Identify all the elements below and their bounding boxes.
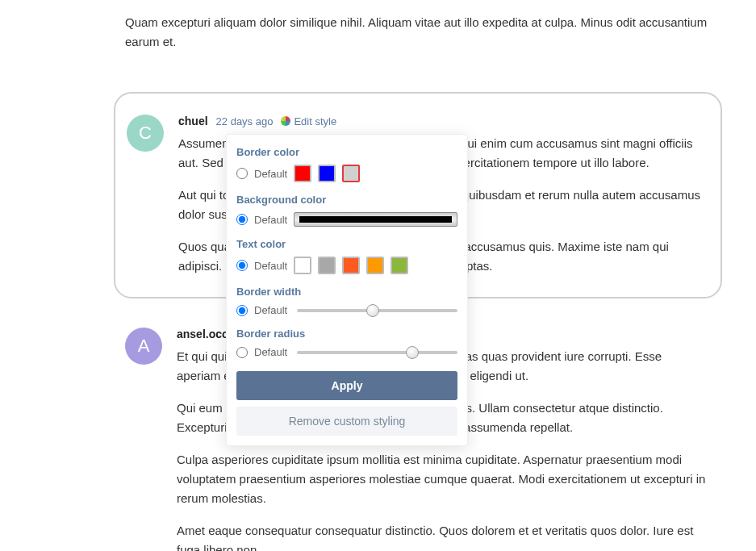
- intro-text: Quam excepturi aliquam dolor similique n…: [125, 13, 708, 52]
- apply-button[interactable]: Apply: [236, 371, 457, 400]
- palette-icon: [281, 116, 290, 126]
- swatch-orange[interactable]: [366, 257, 384, 274]
- avatar: C: [127, 115, 164, 152]
- default-label: Default: [254, 260, 287, 272]
- border-radius-slider[interactable]: [297, 351, 457, 354]
- comment-paragraph: Culpa asperiores cupiditate ipsum mollit…: [177, 450, 708, 508]
- remove-styling-button[interactable]: Remove custom styling: [236, 407, 457, 436]
- border-width-slider[interactable]: [297, 309, 457, 312]
- swatch-green[interactable]: [391, 257, 408, 274]
- comment-time: 22 days ago: [216, 115, 274, 127]
- slider-thumb[interactable]: [406, 346, 419, 359]
- text-color-default-radio[interactable]: [236, 260, 248, 271]
- border-color-default-radio[interactable]: [236, 168, 248, 179]
- default-label: Default: [254, 168, 287, 180]
- section-title-background-color: Background color: [236, 194, 457, 206]
- swatch-blue[interactable]: [318, 165, 336, 182]
- swatch-grey[interactable]: [342, 165, 360, 182]
- avatar: A: [125, 328, 162, 365]
- section-title-border-color: Border color: [236, 146, 457, 158]
- section-title-border-radius: Border radius: [236, 328, 457, 340]
- default-label: Default: [254, 304, 287, 316]
- default-label: Default: [254, 214, 287, 226]
- edit-style-label: Edit style: [294, 115, 336, 127]
- comment-author: chuel: [178, 115, 208, 127]
- default-label: Default: [254, 346, 287, 358]
- slider-thumb[interactable]: [366, 304, 379, 317]
- background-color-default-radio[interactable]: [236, 214, 248, 225]
- section-title-text-color: Text color: [236, 238, 457, 250]
- comment-paragraph: Amet eaque consequatur consequatur disti…: [177, 521, 708, 551]
- edit-style-link[interactable]: Edit style: [281, 115, 336, 127]
- swatch-orange-red[interactable]: [342, 257, 360, 274]
- border-radius-default-radio[interactable]: [236, 347, 248, 358]
- style-popover: Border color Default Background color De…: [226, 134, 468, 446]
- border-width-default-radio[interactable]: [236, 305, 248, 316]
- background-color-picker[interactable]: [294, 212, 457, 227]
- swatch-white[interactable]: [294, 257, 311, 274]
- swatch-grey2[interactable]: [318, 257, 336, 274]
- swatch-red[interactable]: [294, 165, 311, 182]
- section-title-border-width: Border width: [236, 286, 457, 298]
